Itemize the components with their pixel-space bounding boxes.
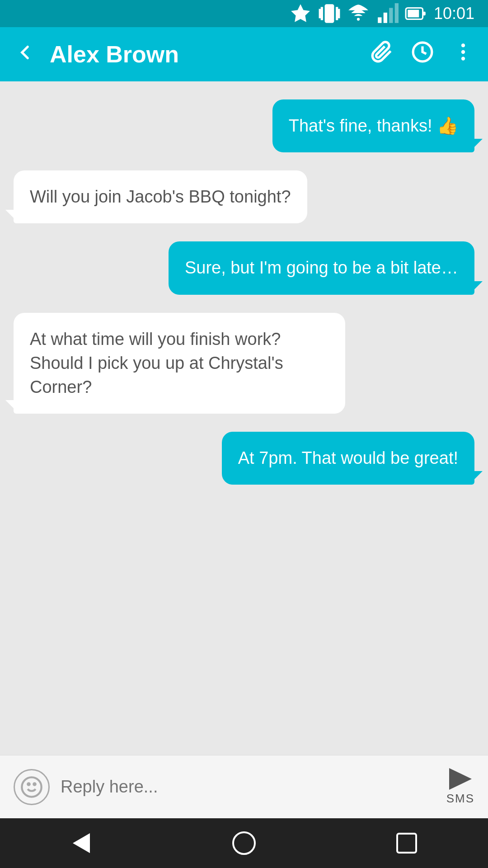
input-bar: SMS [0, 755, 488, 818]
history-button[interactable] [411, 41, 434, 68]
battery-icon [405, 2, 427, 25]
svg-point-15 [461, 43, 465, 47]
received-bubble: Will you join Jacob's BBQ tonight? [14, 170, 307, 223]
svg-rect-8 [384, 13, 387, 23]
attach-button[interactable] [371, 41, 393, 68]
nav-recent-button[interactable] [389, 825, 425, 861]
message-text: That's fine, thanks! 👍 [289, 116, 458, 135]
message-row: At 7pm. That would be great! [14, 432, 474, 485]
back-arrow-icon [14, 41, 36, 64]
message-text: At 7pm. That would be great! [238, 448, 458, 467]
sent-bubble: That's fine, thanks! 👍 [272, 99, 474, 152]
more-button[interactable] [452, 41, 474, 68]
svg-point-18 [22, 777, 41, 797]
message-row: Will you join Jacob's BBQ tonight? [14, 170, 474, 223]
svg-rect-12 [408, 10, 419, 18]
status-time: 10:01 [434, 4, 474, 23]
send-button[interactable]: SMS [446, 768, 474, 806]
nav-back-icon [73, 833, 90, 853]
status-icons: 10:01 [289, 2, 474, 25]
emoji-button[interactable] [14, 769, 50, 805]
chat-area: That's fine, thanks! 👍 Will you join Jac… [0, 81, 488, 755]
header: Alex Brown [0, 27, 488, 81]
header-actions [371, 41, 474, 68]
clock-icon [411, 41, 434, 63]
send-label: SMS [446, 792, 474, 806]
svg-rect-1 [324, 4, 334, 23]
message-row: At what time will you finish work? Shoul… [14, 313, 474, 414]
reply-input[interactable] [61, 777, 436, 797]
paperclip-icon [371, 41, 393, 63]
smiley-icon [20, 775, 43, 799]
svg-rect-10 [395, 3, 399, 23]
star-icon [289, 2, 312, 25]
nav-bar [0, 818, 488, 868]
svg-point-19 [28, 783, 29, 785]
message-text: At what time will you finish work? Shoul… [30, 330, 283, 396]
sent-bubble: Sure, but I'm going to be a bit late… [169, 241, 474, 294]
message-text: Will you join Jacob's BBQ tonight? [30, 187, 291, 206]
sent-bubble: At 7pm. That would be great! [222, 432, 474, 485]
status-bar: 10:01 [0, 0, 488, 27]
svg-point-20 [33, 783, 35, 785]
svg-point-16 [461, 50, 465, 54]
nav-recent-icon [396, 833, 417, 854]
send-icon [449, 768, 472, 790]
svg-rect-9 [389, 8, 393, 23]
message-text: Sure, but I'm going to be a bit late… [185, 258, 458, 277]
contact-name: Alex Brown [50, 41, 357, 68]
signal-icon [376, 2, 399, 25]
nav-back-button[interactable] [63, 825, 99, 861]
svg-rect-7 [378, 17, 381, 23]
nav-home-icon [232, 831, 256, 855]
received-bubble: At what time will you finish work? Shoul… [14, 313, 345, 414]
svg-marker-0 [291, 4, 310, 22]
wifi-icon [347, 2, 370, 25]
nav-home-button[interactable] [226, 825, 262, 861]
svg-point-6 [357, 18, 360, 20]
back-button[interactable] [14, 41, 36, 67]
svg-rect-13 [422, 12, 425, 15]
vibrate-icon [318, 2, 341, 25]
more-vertical-icon [452, 41, 474, 63]
svg-point-17 [461, 57, 465, 60]
message-row: That's fine, thanks! 👍 [14, 99, 474, 152]
message-row: Sure, but I'm going to be a bit late… [14, 241, 474, 294]
